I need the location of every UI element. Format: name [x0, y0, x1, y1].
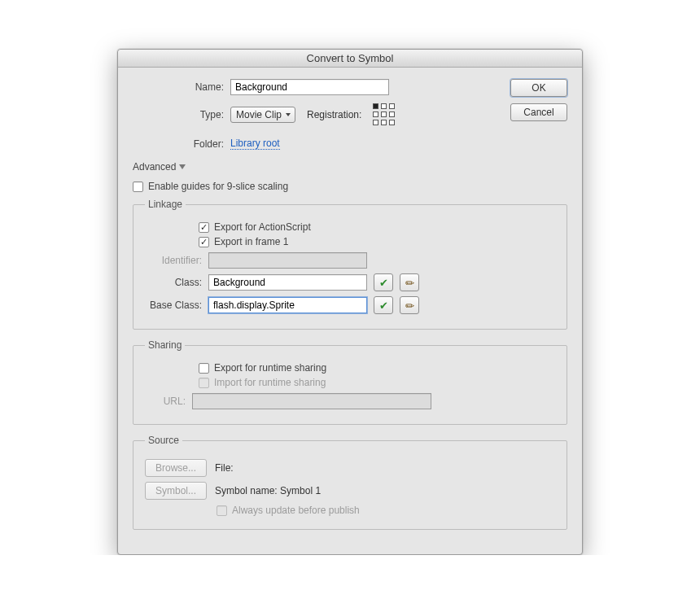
convert-to-symbol-dialog: Convert to Symbol Name: Type: Movie Clip [117, 49, 583, 555]
export-frame-checkbox[interactable] [199, 237, 209, 247]
name-input[interactable] [230, 79, 389, 95]
type-select-value: Movie Clip [236, 109, 282, 120]
dialog-title: Convert to Symbol [118, 50, 582, 68]
type-select[interactable]: Movie Clip [230, 107, 295, 123]
registration-grid[interactable] [373, 103, 396, 126]
export-frame-label: Export in frame 1 [214, 236, 288, 247]
ok-button[interactable]: OK [510, 79, 567, 97]
folder-label: Folder: [133, 138, 230, 150]
class-input[interactable] [208, 274, 367, 291]
registration-label: Registration: [307, 109, 361, 120]
url-input [192, 393, 431, 409]
export-runtime-label: Export for runtime sharing [214, 362, 326, 374]
pencil-icon: ✎ [402, 275, 417, 290]
always-update-row: Always update before publish [217, 505, 555, 516]
disclosure-triangle-icon [179, 164, 186, 169]
name-label: Name: [133, 81, 230, 93]
export-runtime-row[interactable]: Export for runtime sharing [199, 362, 555, 374]
class-validate-button[interactable]: ✔ [374, 273, 393, 291]
import-runtime-label: Import for runtime sharing [214, 377, 326, 388]
nine-slice-label: Enable guides for 9-slice scaling [148, 181, 288, 192]
linkage-group: Linkage Export for ActionScript Export i… [133, 199, 567, 330]
nine-slice-row[interactable]: Enable guides for 9-slice scaling [133, 181, 567, 192]
url-label: URL: [145, 396, 192, 407]
nine-slice-checkbox[interactable] [133, 181, 143, 192]
class-label: Class: [145, 277, 208, 288]
advanced-disclosure[interactable]: Advanced [133, 161, 567, 173]
sharing-legend: Sharing [145, 339, 185, 351]
always-update-label: Always update before publish [232, 505, 360, 516]
browse-button: Browse... [145, 459, 207, 477]
export-actionscript-checkbox[interactable] [199, 222, 209, 233]
baseclass-label: Base Class: [145, 300, 208, 311]
baseclass-validate-button[interactable]: ✔ [374, 296, 393, 314]
export-actionscript-row[interactable]: Export for ActionScript [199, 221, 555, 233]
class-edit-button[interactable]: ✎ [400, 273, 419, 291]
baseclass-edit-button[interactable]: ✎ [400, 296, 419, 314]
file-label: File: [215, 462, 234, 474]
export-runtime-checkbox[interactable] [199, 363, 209, 374]
identifier-label: Identifier: [145, 255, 208, 266]
import-runtime-checkbox [199, 378, 209, 388]
pencil-icon: ✎ [402, 298, 417, 313]
check-icon: ✔ [379, 277, 388, 289]
source-group: Source Browse... File: Symbol... Symbol … [133, 435, 567, 530]
export-frame-row[interactable]: Export in frame 1 [199, 236, 555, 247]
sharing-group: Sharing Export for runtime sharing Impor… [133, 339, 567, 425]
import-runtime-row: Import for runtime sharing [199, 377, 555, 388]
linkage-legend: Linkage [145, 199, 186, 210]
symbol-name-label: Symbol name: Symbol 1 [215, 485, 321, 496]
cancel-button[interactable]: Cancel [510, 103, 567, 121]
export-actionscript-label: Export for ActionScript [214, 221, 311, 233]
type-label: Type: [133, 109, 230, 120]
identifier-input [208, 252, 367, 269]
source-legend: Source [145, 435, 182, 446]
folder-link[interactable]: Library root [230, 138, 280, 150]
always-update-checkbox [217, 505, 227, 516]
baseclass-input[interactable] [208, 297, 367, 313]
advanced-label: Advanced [133, 161, 176, 173]
symbol-button: Symbol... [145, 482, 207, 500]
check-icon: ✔ [379, 300, 388, 312]
